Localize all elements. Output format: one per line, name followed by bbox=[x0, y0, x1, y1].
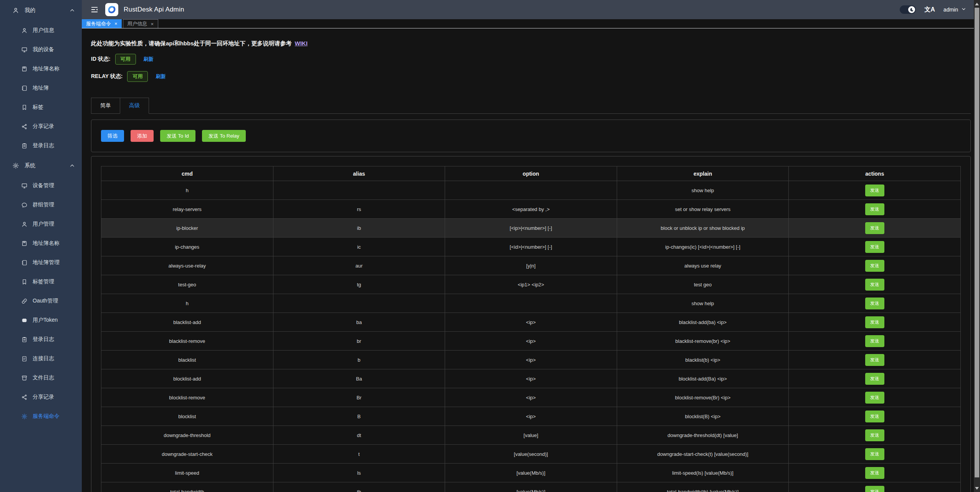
view-tab[interactable]: 简单 bbox=[91, 98, 120, 113]
vertical-scrollbar[interactable] bbox=[974, 0, 980, 492]
scrollbar-thumb[interactable] bbox=[975, 8, 979, 477]
sidebar-group-0[interactable]: 我的 bbox=[0, 0, 82, 21]
cell-cmd: h bbox=[101, 294, 273, 313]
send-button[interactable]: 发送 bbox=[865, 429, 884, 441]
scroll-up-icon[interactable] bbox=[974, 1, 980, 7]
ticket-icon bbox=[21, 317, 28, 324]
id-refresh-link[interactable]: 刷新 bbox=[144, 56, 154, 63]
sidebar-item[interactable]: 分享记录 bbox=[0, 387, 82, 407]
cell-cmd: blacklist-remove bbox=[101, 332, 273, 351]
sidebar-item[interactable]: 用户信息 bbox=[0, 21, 82, 40]
sidebar-item-label: 连接日志 bbox=[33, 355, 54, 362]
sidebar-item[interactable]: 我的设备 bbox=[0, 40, 82, 59]
monitor-icon bbox=[21, 47, 28, 53]
send-button[interactable]: 发送 bbox=[865, 316, 884, 328]
notice-text: 此处功能为实验性质，请确保api和hbbs处于同一回环地址下，更多说明请参考 bbox=[91, 40, 292, 47]
cell-cmd: blacklist bbox=[101, 351, 273, 369]
translate-icon[interactable]: 文A bbox=[924, 6, 935, 14]
send-button[interactable]: 发送 bbox=[865, 467, 884, 479]
sidebar-item[interactable]: 连接日志 bbox=[0, 349, 82, 368]
send-button[interactable]: 发送 bbox=[865, 448, 884, 460]
window-tab[interactable]: 用户信息× bbox=[123, 19, 159, 28]
sidebar-item[interactable]: 登录日志 bbox=[0, 136, 82, 155]
sidebar-item[interactable]: 地址簿名称 bbox=[0, 59, 82, 78]
sidebar-item[interactable]: 用户Token bbox=[0, 311, 82, 330]
send-button[interactable]: 发送 bbox=[865, 373, 884, 385]
sidebar-item[interactable]: 地址簿名称 bbox=[0, 234, 82, 253]
sidebar-item-label: 设备管理 bbox=[33, 182, 54, 189]
sidebar-item-label: 地址簿名称 bbox=[33, 65, 60, 72]
toolbar-button[interactable]: 添加 bbox=[131, 130, 154, 142]
send-button[interactable]: 发送 bbox=[865, 392, 884, 404]
sidebar-item-label: 我的设备 bbox=[33, 46, 54, 53]
user-menu[interactable]: admin bbox=[944, 7, 966, 13]
cell-actions: 发送 bbox=[789, 464, 961, 482]
view-tab[interactable]: 高级 bbox=[120, 98, 149, 114]
cell-option: <ip> bbox=[445, 369, 617, 388]
close-icon[interactable]: × bbox=[151, 22, 154, 27]
close-icon[interactable]: × bbox=[114, 21, 118, 26]
send-button[interactable]: 发送 bbox=[865, 222, 884, 234]
cell-actions: 发送 bbox=[789, 332, 961, 351]
cell-cmd: relay-servers bbox=[101, 200, 273, 219]
sidebar-item-label: 登录日志 bbox=[33, 142, 54, 149]
sidebar-item[interactable]: 登录日志 bbox=[0, 330, 82, 349]
cell-explain: blocklist(B) <ip> bbox=[617, 407, 789, 426]
moon-icon bbox=[908, 6, 915, 13]
sidebar-item[interactable]: 群组管理 bbox=[0, 195, 82, 214]
user-icon bbox=[21, 221, 28, 228]
sidebar-item-label: 地址簿管理 bbox=[33, 259, 60, 266]
sidebar-item[interactable]: 用户管理 bbox=[0, 214, 82, 234]
send-button[interactable]: 发送 bbox=[865, 335, 884, 347]
send-button[interactable]: 发送 bbox=[865, 279, 884, 291]
sidebar-item[interactable]: 地址簿 bbox=[0, 78, 82, 98]
column-header: option bbox=[445, 166, 617, 181]
cell-option: <separated by ,> bbox=[445, 200, 617, 219]
sidebar-item[interactable]: 设备管理 bbox=[0, 176, 82, 195]
menu-fold-icon[interactable] bbox=[90, 5, 99, 14]
send-button[interactable]: 发送 bbox=[865, 411, 884, 422]
sidebar-item-label: 地址簿 bbox=[33, 85, 49, 91]
cell-alias: Ba bbox=[273, 369, 445, 388]
sidebar-item[interactable]: 地址簿管理 bbox=[0, 253, 82, 272]
scroll-down-icon[interactable] bbox=[974, 485, 980, 491]
window-tab[interactable]: 服务端命令× bbox=[82, 19, 122, 28]
sidebar-item[interactable]: 文件日志 bbox=[0, 368, 82, 387]
cell-alias: tb bbox=[273, 482, 445, 492]
send-button[interactable]: 发送 bbox=[865, 486, 884, 492]
table-row: relay-serversrs<separated by ,>set or sh… bbox=[101, 200, 961, 219]
sidebar-menu: 我的用户信息我的设备地址簿名称地址簿标签分享记录登录日志系统设备管理群组管理用户… bbox=[0, 0, 82, 426]
toolbar-button[interactable]: 发送 To Relay bbox=[202, 130, 246, 142]
clipboard-icon bbox=[21, 336, 28, 343]
cell-alias: aur bbox=[273, 256, 445, 275]
relay-status-badge[interactable]: 可用 bbox=[127, 71, 148, 82]
cell-explain: downgrade-start-check(t) [value(second)] bbox=[617, 445, 789, 464]
relay-refresh-link[interactable]: 刷新 bbox=[156, 73, 166, 80]
cell-cmd: blacklist-add bbox=[101, 313, 273, 332]
toolbar-button[interactable]: 发送 To Id bbox=[160, 130, 195, 142]
id-status-badge[interactable]: 可用 bbox=[115, 54, 136, 65]
toolbar-button[interactable]: 筛选 bbox=[101, 130, 124, 142]
sidebar-group-1[interactable]: 系统 bbox=[0, 155, 82, 176]
table-row: blacklist-removebr<ip>blacklist-remove(b… bbox=[101, 332, 961, 351]
send-button[interactable]: 发送 bbox=[865, 354, 884, 366]
dark-mode-toggle[interactable] bbox=[900, 5, 916, 14]
cell-actions: 发送 bbox=[789, 351, 961, 369]
send-button[interactable]: 发送 bbox=[865, 184, 884, 196]
cell-alias: tg bbox=[273, 275, 445, 294]
sidebar-item-label: 群组管理 bbox=[33, 201, 54, 208]
send-button[interactable]: 发送 bbox=[865, 260, 884, 272]
sidebar-item[interactable]: 服务端命令 bbox=[0, 407, 82, 426]
sidebar-item[interactable]: Oauth管理 bbox=[0, 291, 82, 311]
sidebar-item[interactable]: 分享记录 bbox=[0, 117, 82, 136]
app-window: 我的用户信息我的设备地址簿名称地址簿标签分享记录登录日志系统设备管理群组管理用户… bbox=[0, 0, 980, 492]
send-button[interactable]: 发送 bbox=[865, 241, 884, 253]
send-button[interactable]: 发送 bbox=[865, 203, 884, 215]
sidebar-item[interactable]: 标签 bbox=[0, 98, 82, 117]
wiki-link[interactable]: WIKI bbox=[295, 40, 308, 47]
window-tabs: 服务端命令×用户信息× bbox=[82, 19, 974, 28]
sidebar-item-label: 分享记录 bbox=[33, 394, 54, 401]
sidebar-item[interactable]: 标签管理 bbox=[0, 272, 82, 291]
send-button[interactable]: 发送 bbox=[865, 298, 884, 309]
document-icon bbox=[21, 356, 28, 362]
